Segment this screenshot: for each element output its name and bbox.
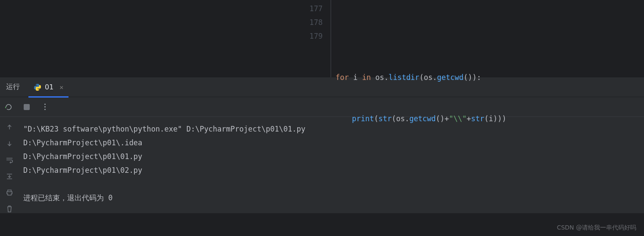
stop-button[interactable] <box>22 102 32 112</box>
output-area: "D:\KB23 software\python\python.exe" D:\… <box>0 117 644 213</box>
soft-wrap-icon[interactable] <box>5 156 14 164</box>
python-file-icon <box>34 83 41 91</box>
console-line: "D:\KB23 software\python\python.exe" D:\… <box>23 122 640 136</box>
print-icon[interactable] <box>5 188 14 197</box>
fn-getcwd: getcwd <box>437 73 464 82</box>
run-tab-bar: 运行 01 ✕ <box>0 77 644 97</box>
watermark: CSDN @请给我一串代码好吗 <box>557 224 636 232</box>
more-icon[interactable] <box>40 102 50 112</box>
code-editor[interactable]: 177 178 179 for i in os.listdir(os.getcw… <box>292 0 644 77</box>
editor-area: 177 178 179 for i in os.listdir(os.getcw… <box>0 0 644 77</box>
line-number: 179 <box>292 29 323 43</box>
run-toolbar <box>0 97 644 117</box>
colon: : <box>477 73 481 82</box>
var-i: i <box>353 73 358 82</box>
mod-os: os <box>424 73 432 82</box>
run-tab-label: 01 <box>45 83 53 91</box>
scroll-to-end-icon[interactable] <box>5 172 14 181</box>
code-line: for i in os.listdir(os.getcwd()): <box>336 70 506 84</box>
run-panel: 运行 01 ✕ "D:\KB23 software\p <box>0 77 644 213</box>
line-gutter: 177 178 179 <box>292 0 330 77</box>
close-icon[interactable]: ✕ <box>59 83 63 91</box>
console-blank <box>23 177 640 191</box>
console-line: D:\PycharmProject\p01\02.py <box>23 163 640 177</box>
exit-message: 进程已结束，退出代码为 0 <box>23 191 640 205</box>
rerun-button[interactable] <box>3 102 14 112</box>
code-content[interactable]: for i in os.listdir(os.getcwd()): print(… <box>331 0 506 77</box>
keyword-in: in <box>362 73 370 82</box>
run-tab[interactable]: 01 ✕ <box>28 77 68 97</box>
console-side-toolbar <box>0 117 19 213</box>
project-blank <box>0 0 292 77</box>
run-label: 运行 <box>0 83 28 92</box>
keyword-for: for <box>336 73 349 82</box>
up-arrow-icon[interactable] <box>5 123 14 132</box>
code-line <box>336 29 506 43</box>
line-number: 177 <box>292 2 323 15</box>
console-output[interactable]: "D:\KB23 software\python\python.exe" D:\… <box>19 117 644 213</box>
console-line: D:\PycharmProject\p01\01.py <box>23 150 640 163</box>
trash-icon[interactable] <box>5 205 14 213</box>
line-number: 178 <box>292 15 323 29</box>
mod-os: os <box>375 73 384 82</box>
fn-listdir: listdir <box>389 73 420 82</box>
down-arrow-icon[interactable] <box>5 139 14 148</box>
console-line: D:\PycharmProject\p01\.idea <box>23 136 640 150</box>
